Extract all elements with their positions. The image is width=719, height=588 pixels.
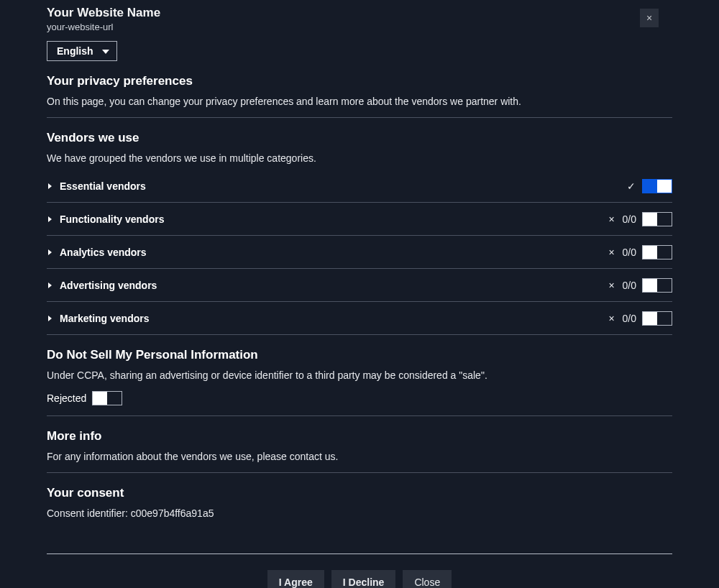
section-desc-privacy: On this page, you can change your privac… xyxy=(47,96,672,107)
section-desc-vendors: We have grouped the vendors we use in mu… xyxy=(47,152,672,164)
site-name: Your Website Name xyxy=(47,6,672,20)
x-icon: × xyxy=(607,213,617,225)
section-title-consent: Your consent xyxy=(47,486,672,500)
vendor-row[interactable]: Marketing vendors×0/0 xyxy=(47,302,672,335)
vendor-status: ✓ xyxy=(626,179,672,193)
privacy-dialog: × Your Website Name your-website-url Eng… xyxy=(0,0,719,588)
vendor-name: Analytics vendors xyxy=(60,247,607,258)
vendor-name: Advertising vendors xyxy=(60,280,607,291)
vendor-row[interactable]: Advertising vendors×0/0 xyxy=(47,269,672,302)
divider xyxy=(47,415,672,416)
language-select[interactable]: English xyxy=(47,41,117,61)
vendor-count: 0/0 xyxy=(623,213,636,225)
section-desc-moreinfo: For any information about the vendors we… xyxy=(47,451,672,462)
consent-identifier: Consent identifier: c00e97b4ff6a91a5 xyxy=(47,507,672,519)
language-selected: English xyxy=(57,45,93,57)
section-title-moreinfo: More info xyxy=(47,429,672,444)
close-icon-button[interactable]: × xyxy=(640,9,659,27)
vendor-toggle[interactable] xyxy=(642,278,672,293)
chevron-down-icon xyxy=(102,50,109,54)
do-not-sell-status: Rejected xyxy=(47,392,86,404)
vendor-row[interactable]: Functionality vendors×0/0 xyxy=(47,203,672,236)
site-url: your-website-url xyxy=(47,22,672,32)
toggle-knob xyxy=(657,180,672,193)
toggle-knob xyxy=(643,312,657,325)
chevron-right-icon xyxy=(48,282,52,288)
vendor-toggle[interactable] xyxy=(642,245,672,259)
divider xyxy=(47,472,672,473)
do-not-sell-control: Rejected xyxy=(47,391,672,405)
x-icon: × xyxy=(607,313,617,324)
vendor-count: 0/0 xyxy=(623,280,636,291)
chevron-right-icon xyxy=(48,216,52,222)
close-icon: × xyxy=(646,12,652,24)
chevron-right-icon xyxy=(48,183,52,189)
dialog-footer: I Agree I Decline Close xyxy=(47,553,672,588)
vendor-row[interactable]: Analytics vendors×0/0 xyxy=(47,236,672,269)
section-title-privacy: Your privacy preferences xyxy=(47,74,672,88)
vendor-count: 0/0 xyxy=(623,313,636,324)
x-icon: × xyxy=(607,280,617,291)
vendor-toggle[interactable] xyxy=(642,212,672,226)
toggle-knob xyxy=(93,392,107,405)
section-title-dns: Do Not Sell My Personal Information xyxy=(47,348,672,362)
vendor-name: Marketing vendors xyxy=(60,313,607,324)
divider xyxy=(47,117,672,118)
toggle-knob xyxy=(643,246,657,259)
agree-button[interactable]: I Agree xyxy=(267,570,324,588)
vendor-list: Essential vendors✓Functionality vendors×… xyxy=(47,170,672,335)
x-icon: × xyxy=(607,247,617,258)
chevron-right-icon xyxy=(48,316,52,321)
vendor-status: ×0/0 xyxy=(607,245,672,259)
vendor-toggle[interactable] xyxy=(642,311,672,326)
vendor-name: Essential vendors xyxy=(60,180,626,192)
vendor-count: 0/0 xyxy=(623,247,636,258)
vendor-status: ×0/0 xyxy=(607,311,672,326)
vendor-row[interactable]: Essential vendors✓ xyxy=(47,170,672,203)
chevron-right-icon xyxy=(48,249,52,255)
vendor-status: ×0/0 xyxy=(607,278,672,293)
vendor-name: Functionality vendors xyxy=(60,213,607,225)
vendor-status: ×0/0 xyxy=(607,212,672,226)
decline-button[interactable]: I Decline xyxy=(331,570,396,588)
section-title-vendors: Vendors we use xyxy=(47,131,672,145)
close-button[interactable]: Close xyxy=(403,570,452,588)
do-not-sell-toggle[interactable] xyxy=(92,391,122,405)
check-icon: ✓ xyxy=(626,180,636,192)
toggle-knob xyxy=(643,213,657,226)
toggle-knob xyxy=(643,279,657,292)
vendor-toggle[interactable] xyxy=(642,179,672,193)
section-desc-dns: Under CCPA, sharing an advertising or de… xyxy=(47,369,672,381)
